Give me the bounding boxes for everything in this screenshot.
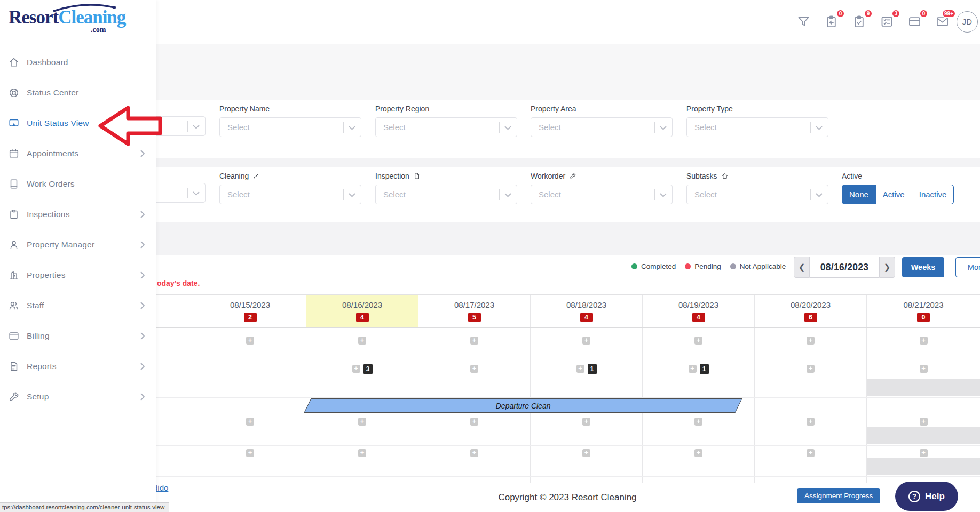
mail-icon[interactable]: 99+ xyxy=(935,13,951,30)
sidebar-nav: DashboardStatus CenterUnit Status ViewAp… xyxy=(0,47,156,412)
add-appointment-button[interactable]: + xyxy=(689,365,697,373)
prev-date-button[interactable]: ❮ xyxy=(794,257,810,278)
workorder-select[interactable]: Select xyxy=(531,185,673,204)
file-icon xyxy=(413,172,421,180)
sidebar-item-billing[interactable]: Billing xyxy=(0,321,156,351)
clipboard-check-icon[interactable]: 9 xyxy=(852,13,868,30)
loading-skeleton-bar xyxy=(867,379,980,396)
sidebar-item-reports[interactable]: Reports xyxy=(0,351,156,381)
calendar-cell: +1 xyxy=(643,361,755,397)
sidebar-item-status-center[interactable]: Status Center xyxy=(0,77,156,108)
add-appointment-button[interactable]: + xyxy=(694,337,702,345)
add-appointment-button[interactable]: + xyxy=(920,418,928,426)
legend-dot xyxy=(730,263,736,269)
credit-card-icon[interactable]: 0 xyxy=(907,13,923,30)
brand-logo[interactable]: ResortCleaning .com xyxy=(0,0,156,37)
calendar-cell: +3 xyxy=(306,361,418,397)
cleaning-filter: CleaningSelect xyxy=(219,172,361,204)
property-area-label: Property Area xyxy=(531,105,673,113)
calendar-row-5: +++++++ xyxy=(128,446,980,477)
add-appointment-button[interactable]: + xyxy=(470,449,478,457)
loading-skeleton-bar xyxy=(867,427,980,444)
add-appointment-button[interactable]: + xyxy=(920,337,928,345)
legend-not-applicable: Not Applicable xyxy=(730,262,786,270)
cell-count-badge[interactable]: 1 xyxy=(588,364,597,374)
add-appointment-button[interactable]: + xyxy=(246,337,254,345)
add-appointment-button[interactable]: + xyxy=(470,365,478,373)
add-appointment-button[interactable]: + xyxy=(694,449,702,457)
add-appointment-button[interactable]: + xyxy=(470,418,478,426)
cleaning-label: Cleaning xyxy=(219,172,361,180)
current-date-value[interactable]: 08/16/2023 xyxy=(810,257,879,278)
sidebar-item-setup[interactable]: Setup xyxy=(0,381,156,412)
property-type-select[interactable]: Select xyxy=(686,117,828,137)
add-appointment-button[interactable]: + xyxy=(358,337,366,345)
add-appointment-button[interactable]: + xyxy=(807,337,815,345)
add-appointment-button[interactable]: + xyxy=(582,418,590,426)
column-count-badge: 5 xyxy=(468,313,481,322)
people-icon xyxy=(8,300,20,311)
checklist-icon[interactable]: 3 xyxy=(880,13,896,30)
calendar-cell: + xyxy=(867,446,980,476)
add-appointment-button[interactable]: + xyxy=(582,337,590,345)
filter-icon[interactable] xyxy=(796,13,812,30)
sidebar-item-inspections[interactable]: Inspections xyxy=(0,199,156,229)
active-toggle-none[interactable]: None xyxy=(842,185,876,204)
sidebar-item-work-orders[interactable]: Work Orders xyxy=(0,169,156,199)
event-bar-departure-clean[interactable]: Departure Clean xyxy=(304,398,742,413)
month-view-button[interactable]: Month xyxy=(955,257,980,277)
date-column-header-08-19-2023: 08/19/20234 xyxy=(643,295,755,327)
screen-icon xyxy=(8,117,20,129)
notification-badge: 0 xyxy=(836,9,845,18)
cell-count-badge[interactable]: 1 xyxy=(700,364,709,374)
sidebar-item-label: Inspections xyxy=(27,210,140,219)
user-avatar[interactable]: JD xyxy=(957,11,978,33)
add-appointment-button[interactable]: + xyxy=(582,449,590,457)
add-appointment-button[interactable]: + xyxy=(576,365,584,373)
cell-count-badge[interactable]: 3 xyxy=(363,364,373,374)
clipboard-arrow-icon[interactable]: 0 xyxy=(824,13,840,30)
select-divider xyxy=(654,122,655,133)
add-appointment-button[interactable]: + xyxy=(920,365,928,373)
add-appointment-button[interactable]: + xyxy=(807,418,815,426)
cleaning-select[interactable]: Select xyxy=(219,185,361,204)
property-name-select[interactable]: Select xyxy=(219,117,361,137)
chevron-right-icon xyxy=(140,302,145,309)
add-appointment-button[interactable]: + xyxy=(807,449,815,457)
sidebar-item-property-manager[interactable]: Property Manager xyxy=(0,229,156,260)
add-appointment-button[interactable]: + xyxy=(920,449,928,457)
building-icon xyxy=(8,269,20,281)
add-appointment-button[interactable]: + xyxy=(807,365,815,373)
active-toggle-inactive[interactable]: Inactive xyxy=(912,185,954,204)
logo-text-tld: .com xyxy=(91,26,106,34)
property-region-select[interactable]: Select xyxy=(375,117,517,137)
inspection-select[interactable]: Select xyxy=(375,185,517,204)
add-appointment-button[interactable]: + xyxy=(470,337,478,345)
property-name-filter: Property NameSelect xyxy=(219,105,361,137)
add-appointment-button[interactable]: + xyxy=(246,449,254,457)
content-band-middle xyxy=(128,158,980,167)
sidebar-item-staff[interactable]: Staff xyxy=(0,290,156,321)
add-appointment-button[interactable]: + xyxy=(358,449,366,457)
legend-dot xyxy=(685,263,691,269)
property-area-select[interactable]: Select xyxy=(531,117,673,137)
next-date-button[interactable]: ❯ xyxy=(879,257,895,278)
active-toggle-active[interactable]: Active xyxy=(875,185,912,204)
add-appointment-button[interactable]: + xyxy=(352,365,360,373)
column-date: 08/21/2023 xyxy=(903,300,943,309)
add-appointment-button[interactable]: + xyxy=(694,418,702,426)
add-appointment-button[interactable]: + xyxy=(358,418,366,426)
subtasks-select[interactable]: Select xyxy=(686,185,828,204)
sidebar-item-dashboard[interactable]: Dashboard xyxy=(0,47,156,77)
chevron-right-icon xyxy=(140,332,145,340)
calendar-cell: + xyxy=(418,328,531,361)
clipboard-icon xyxy=(8,209,20,220)
property-area-filter: Property AreaSelect xyxy=(531,105,673,137)
sidebar-item-properties[interactable]: Properties xyxy=(0,260,156,290)
weeks-view-button[interactable]: Weeks xyxy=(902,257,944,277)
help-button[interactable]: ? Help xyxy=(895,482,958,511)
calendar-cell xyxy=(194,398,306,414)
assignment-progress-button[interactable]: Assignment Progress xyxy=(797,488,880,503)
property-type-filter: Property TypeSelect xyxy=(686,105,828,137)
add-appointment-button[interactable]: + xyxy=(246,418,254,426)
